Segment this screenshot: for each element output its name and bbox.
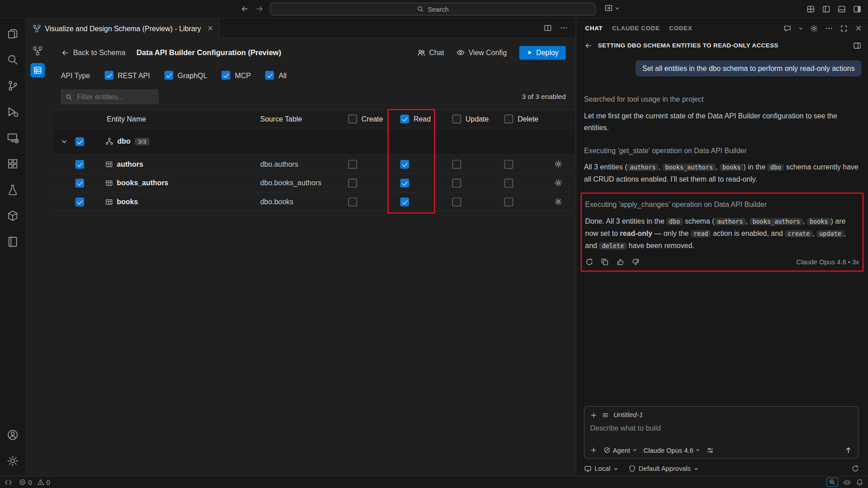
approvals-picker[interactable]: Default Approvals bbox=[628, 465, 698, 473]
zoom-status-item[interactable] bbox=[826, 478, 838, 487]
layout-grid-icon[interactable] bbox=[807, 5, 815, 13]
back-arrow-icon[interactable] bbox=[584, 41, 592, 49]
col-update: Update bbox=[439, 114, 496, 123]
rest-api-label: REST API bbox=[118, 71, 150, 79]
row-settings-gear-icon[interactable] bbox=[546, 160, 575, 168]
create-checkbox[interactable] bbox=[348, 160, 357, 169]
close-chat-icon[interactable] bbox=[855, 24, 863, 32]
run-debug-icon[interactable] bbox=[0, 99, 26, 125]
chevron-down-icon bbox=[695, 448, 700, 453]
context-file-chip[interactable]: Untitled-1 bbox=[613, 411, 643, 419]
rest-api-checkbox[interactable] bbox=[104, 71, 113, 80]
mcp-label: MCP bbox=[235, 71, 251, 79]
graphql-checkbox[interactable] bbox=[164, 71, 173, 80]
row-select-checkbox[interactable] bbox=[75, 178, 85, 188]
rerun-icon[interactable] bbox=[585, 258, 593, 266]
extensions-icon[interactable] bbox=[0, 150, 26, 177]
add-context-icon[interactable] bbox=[590, 411, 597, 418]
chat-button[interactable]: Chat bbox=[417, 48, 444, 57]
deploy-button[interactable]: Deploy bbox=[519, 46, 566, 60]
row-settings-gear-icon[interactable] bbox=[546, 197, 575, 206]
search-sidebar-icon[interactable] bbox=[0, 47, 26, 73]
remote-indicator-icon[interactable] bbox=[5, 479, 12, 486]
copilot-status-icon[interactable] bbox=[843, 479, 851, 486]
thumbs-up-icon[interactable] bbox=[616, 258, 624, 266]
command-center-search[interactable]: Search bbox=[270, 3, 596, 15]
chat-session-header: SETTING DBO SCHEMA ENTITIES TO READ-ONLY… bbox=[576, 38, 868, 52]
copy-icon[interactable] bbox=[601, 258, 609, 266]
tab-chat[interactable]: CHAT bbox=[585, 25, 603, 32]
view-config-button[interactable]: View Config bbox=[456, 48, 507, 57]
row-select-checkbox[interactable] bbox=[75, 160, 85, 169]
mode-picker[interactable]: Agent bbox=[604, 446, 637, 454]
update-checkbox[interactable] bbox=[452, 160, 461, 169]
open-session-editor-icon[interactable] bbox=[853, 41, 861, 49]
delete-checkbox[interactable] bbox=[505, 197, 514, 206]
chevron-down-icon bbox=[613, 466, 618, 471]
split-editor-icon[interactable] bbox=[543, 24, 552, 32]
create-all-checkbox[interactable] bbox=[348, 114, 357, 123]
thumbs-down-icon[interactable] bbox=[632, 258, 640, 266]
filter-entities-input[interactable] bbox=[61, 89, 159, 104]
more-actions-icon[interactable] bbox=[560, 24, 568, 32]
notebook-icon[interactable] bbox=[0, 229, 26, 255]
dbo-group-checkbox[interactable] bbox=[75, 137, 85, 146]
attach-icon[interactable] bbox=[590, 446, 597, 454]
row-settings-gear-icon[interactable] bbox=[546, 179, 575, 187]
table-row: books_authors dbo.books_authors bbox=[53, 174, 575, 192]
toggle-panel-icon[interactable] bbox=[838, 5, 846, 13]
remote-explorer-icon[interactable] bbox=[0, 125, 26, 151]
testing-icon[interactable] bbox=[0, 177, 26, 203]
chevron-down-icon[interactable] bbox=[53, 137, 75, 145]
tools-sliders-icon[interactable] bbox=[707, 446, 714, 454]
agent-sessions-button[interactable] bbox=[604, 4, 620, 12]
create-checkbox[interactable] bbox=[348, 197, 357, 206]
database-project-icon[interactable] bbox=[0, 202, 26, 229]
row-select-checkbox[interactable] bbox=[75, 197, 85, 206]
chat-input-box[interactable]: Untitled-1 Describe what to build Agent bbox=[584, 406, 859, 459]
delete-all-checkbox[interactable] bbox=[505, 114, 514, 123]
nav-back-icon[interactable] bbox=[240, 5, 249, 14]
update-checkbox[interactable] bbox=[452, 178, 461, 188]
source-control-icon[interactable] bbox=[0, 72, 26, 99]
read-all-checkbox[interactable] bbox=[400, 114, 409, 123]
tab-close-icon[interactable] bbox=[207, 25, 214, 32]
delete-checkbox[interactable] bbox=[505, 160, 514, 169]
schema-view-icon[interactable] bbox=[30, 44, 45, 58]
account-icon[interactable] bbox=[0, 422, 26, 448]
toggle-primary-sidebar-icon[interactable] bbox=[822, 5, 830, 13]
back-to-schema-button[interactable]: Back to Schema bbox=[61, 48, 126, 56]
explorer-icon[interactable] bbox=[0, 20, 26, 47]
api-builder-view-icon[interactable] bbox=[30, 63, 45, 78]
read-checkbox[interactable] bbox=[400, 197, 409, 206]
chevron-down-icon[interactable] bbox=[798, 26, 803, 31]
settings-gear-icon[interactable] bbox=[0, 448, 26, 474]
read-checkbox[interactable] bbox=[400, 160, 409, 169]
tab-visualize-schema[interactable]: Visualize and Design Schema (Preview) - … bbox=[26, 18, 220, 38]
update-checkbox[interactable] bbox=[452, 197, 461, 206]
expand-chat-icon[interactable] bbox=[840, 24, 848, 32]
session-sync-icon[interactable] bbox=[851, 465, 859, 473]
nav-forward-icon[interactable] bbox=[255, 5, 264, 14]
editor-group: Visualize and Design Schema (Preview) - … bbox=[26, 18, 576, 476]
chat-input-placeholder[interactable]: Describe what to build bbox=[590, 419, 852, 446]
filter-entities-field[interactable] bbox=[76, 92, 154, 102]
notifications-bell-icon[interactable] bbox=[856, 479, 863, 486]
model-picker[interactable]: Claude Opus 4.6 bbox=[643, 446, 700, 454]
all-checkbox[interactable] bbox=[265, 71, 274, 80]
create-checkbox[interactable] bbox=[348, 178, 357, 188]
delete-checkbox[interactable] bbox=[505, 178, 514, 188]
read-checkbox[interactable] bbox=[400, 178, 409, 188]
chat-settings-gear-icon[interactable] bbox=[810, 24, 818, 32]
mcp-checkbox[interactable] bbox=[222, 71, 231, 80]
toggle-secondary-sidebar-icon[interactable] bbox=[853, 5, 861, 13]
chevron-down-icon bbox=[632, 448, 637, 453]
problems-indicator[interactable]: 0 0 bbox=[19, 479, 50, 486]
update-all-checkbox[interactable] bbox=[452, 114, 461, 123]
target-picker[interactable]: Local bbox=[584, 465, 618, 473]
chat-history-icon[interactable] bbox=[783, 24, 792, 32]
chat-more-icon[interactable] bbox=[825, 24, 833, 32]
tab-claude-code[interactable]: CLAUDE CODE bbox=[612, 25, 660, 32]
tab-codex[interactable]: CODEX bbox=[669, 25, 692, 32]
send-icon[interactable] bbox=[844, 446, 852, 454]
